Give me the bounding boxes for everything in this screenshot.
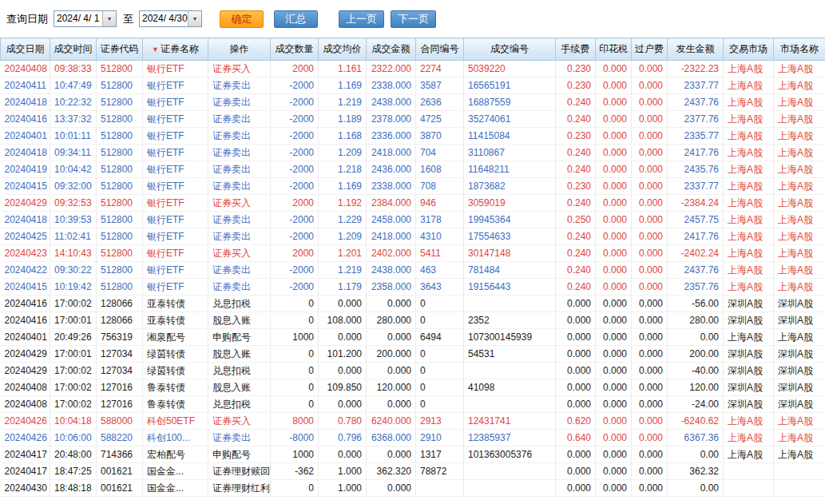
table-row[interactable]: 2024041810:39:53512800银行ETF证券卖出-20001.22…	[1, 212, 825, 228]
table-row[interactable]: 2024041617:00:01128066亚泰转债股息入账0108.00028…	[1, 312, 825, 329]
cell-avg_price: 0.796	[319, 430, 367, 446]
col-header-market[interactable]: 交易市场	[724, 38, 774, 61]
col-header-contract_no[interactable]: 合同编号	[416, 38, 464, 61]
next-page-button[interactable]: 下一页	[391, 10, 436, 28]
cell-deal_no: 1873682	[464, 178, 556, 195]
table-row[interactable]: 2024040110:01:11512800银行ETF证券卖出-20001.16…	[1, 128, 825, 145]
cell-trade_date: 20240425	[1, 228, 50, 245]
col-header-trade_date[interactable]: 成交日期	[1, 38, 50, 61]
cell-security_name: 宏柏配号	[143, 446, 208, 463]
cell-net_amount: -24.00	[668, 396, 724, 413]
cell-contract_no: 946	[416, 195, 464, 212]
cell-market: 深圳A股	[724, 296, 774, 312]
cell-amount: 2438.000	[367, 262, 416, 279]
cell-commission: 0.000	[556, 396, 596, 413]
table-row[interactable]: 2024041910:04:42512800银行ETF证券卖出-20001.21…	[1, 161, 825, 178]
table-row[interactable]: 2024042314:10:43512800银行ETF证券买入20001.201…	[1, 245, 825, 262]
cell-transfer_fee: 0.000	[632, 346, 668, 363]
cell-stamp_tax: 0.000	[596, 379, 632, 396]
table-row[interactable]: 2024042610:04:18588000科创50ETF证券买入80000.7…	[1, 413, 825, 430]
col-header-commission[interactable]: 手续费	[556, 38, 596, 61]
date-from-select[interactable]: 2024/ 4/ 1 ▼	[54, 10, 117, 27]
cell-trade_time: 09:38:33	[50, 61, 97, 77]
cell-avg_price: 0.000	[319, 296, 367, 312]
col-header-operation[interactable]: 操作	[208, 38, 271, 61]
confirm-button[interactable]: 确定	[220, 10, 264, 28]
cell-stamp_tax: 0.000	[596, 228, 632, 245]
col-header-net_amount[interactable]: 发生金额	[668, 38, 724, 61]
cell-avg_price: 1.189	[319, 111, 367, 128]
col-header-security_name[interactable]: ▼证券名称	[143, 38, 208, 61]
cell-amount: 0.000	[367, 396, 416, 413]
table-row[interactable]: 2024040809:38:33512800银行ETF证券买入20001.161…	[1, 61, 825, 77]
table-row[interactable]: 2024041613:37:32512800银行ETF证券卖出-20001.18…	[1, 111, 825, 128]
prev-page-button[interactable]: 上一页	[339, 10, 384, 28]
cell-transfer_fee: 0.000	[632, 94, 668, 111]
cell-deal_no: 12385937	[464, 430, 556, 446]
cell-security_name: 银行ETF	[143, 161, 208, 178]
cell-operation: 股息入账	[208, 346, 271, 363]
cell-security_name: 鲁泰转债	[143, 396, 208, 413]
table-row[interactable]: 2024041810:22:32512800银行ETF证券卖出-20001.21…	[1, 94, 825, 111]
table-row[interactable]: 2024041809:34:11512800银行ETF证券卖出-20001.20…	[1, 145, 825, 161]
cell-stamp_tax: 0.000	[596, 279, 632, 296]
cell-amount: 120.000	[367, 379, 416, 396]
table-row[interactable]: 2024040817:00:02127016鲁泰转债股息入账0109.85012…	[1, 379, 825, 396]
cell-quantity: 0	[271, 363, 319, 379]
cell-trade_time: 10:19:42	[50, 279, 97, 296]
cell-trade_time: 10:06:00	[50, 430, 97, 446]
col-header-quantity[interactable]: 成交数量	[271, 38, 319, 61]
cell-commission: 0.240	[556, 262, 596, 279]
table-row[interactable]: 2024042917:00:01127034绿茵转债股息入账0101.20020…	[1, 346, 825, 363]
table-row[interactable]: 2024041509:32:00512800银行ETF证券卖出-20001.16…	[1, 178, 825, 195]
table-row[interactable]: 2024042610:06:00588220科创100...证券卖出-80000…	[1, 430, 825, 446]
cell-trade_date: 20240408	[1, 379, 50, 396]
cell-trade_date: 20240430	[1, 480, 50, 497]
col-header-security_code[interactable]: 证券代码	[97, 38, 143, 61]
cell-stamp_tax: 0.000	[596, 145, 632, 161]
table-row[interactable]: 2024041510:19:42512800银行ETF证券卖出-20001.17…	[1, 279, 825, 296]
chevron-down-icon[interactable]: ▼	[188, 11, 201, 26]
table-row[interactable]: 2024042209:30:22512800银行ETF证券卖出-20001.21…	[1, 262, 825, 279]
col-header-amount[interactable]: 成交金额	[367, 38, 416, 61]
cell-commission: 0.230	[556, 178, 596, 195]
table-row[interactable]: 2024040817:00:02127016鲁泰转债兑息扣税00.0000.00…	[1, 396, 825, 413]
cell-security_name: 国金金...	[143, 463, 208, 480]
col-header-transfer_fee[interactable]: 过户费	[632, 38, 668, 61]
date-from-value: 2024/ 4/ 1	[54, 11, 102, 26]
table-row[interactable]: 2024040120:49:26756319湘泉配号申购配号10000.0000…	[1, 329, 825, 346]
table-row[interactable]: 2024042917:00:02127034绿茵转债兑息扣税00.0000.00…	[1, 363, 825, 379]
col-header-avg_price[interactable]: 成交均价	[319, 38, 367, 61]
table-row[interactable]: 2024041110:47:49512800银行ETF证券卖出-20001.16…	[1, 77, 825, 94]
cell-avg_price: 1.169	[319, 77, 367, 94]
date-to-select[interactable]: 2024/ 4/30 ▼	[139, 10, 202, 27]
cell-security_code: 756319	[97, 329, 143, 346]
cell-quantity: 0	[271, 396, 319, 413]
cell-transfer_fee: 0.000	[632, 363, 668, 379]
cell-commission: 0.000	[556, 312, 596, 329]
to-label: 至	[123, 12, 133, 26]
cell-contract_no: 0	[416, 363, 464, 379]
col-header-trade_time[interactable]: 成交时间	[50, 38, 97, 61]
cell-market_name: 上海A股	[774, 212, 825, 228]
col-header-deal_no[interactable]: 成交编号	[464, 38, 556, 61]
cell-security_code: 127016	[97, 379, 143, 396]
col-header-market_name[interactable]: 市场名称	[774, 38, 825, 61]
summary-button[interactable]: 汇总	[274, 10, 318, 28]
cell-trade_date: 20240417	[1, 446, 50, 463]
table-row[interactable]: 2024042909:32:53512800银行ETF证券买入20001.192…	[1, 195, 825, 212]
cell-operation: 证券卖出	[208, 161, 271, 178]
cell-deal_no: 35274061	[464, 111, 556, 128]
table-row[interactable]: 2024041617:00:02128066亚泰转债兑息扣税00.0000.00…	[1, 296, 825, 312]
cell-security_code: 128066	[97, 296, 143, 312]
table-row[interactable]: 2024041718:47:25001621国金金...证券理财赎回-3621.…	[1, 463, 825, 480]
table-row[interactable]: 2024041720:48:00714366宏柏配号申购配号10000.0000…	[1, 446, 825, 463]
cell-deal_no: 19156443	[464, 279, 556, 296]
cell-amount: 200.000	[367, 346, 416, 363]
col-header-stamp_tax[interactable]: 印花税	[596, 38, 632, 61]
cell-net_amount: -2402.24	[668, 245, 724, 262]
table-row[interactable]: 2024043018:48:18001621国金金...证券理财红利01.000…	[1, 480, 825, 497]
chevron-down-icon[interactable]: ▼	[102, 11, 116, 26]
table-row[interactable]: 2024042511:02:41512800银行ETF证券卖出-20001.20…	[1, 228, 825, 245]
cell-net_amount: 2377.76	[668, 111, 724, 128]
